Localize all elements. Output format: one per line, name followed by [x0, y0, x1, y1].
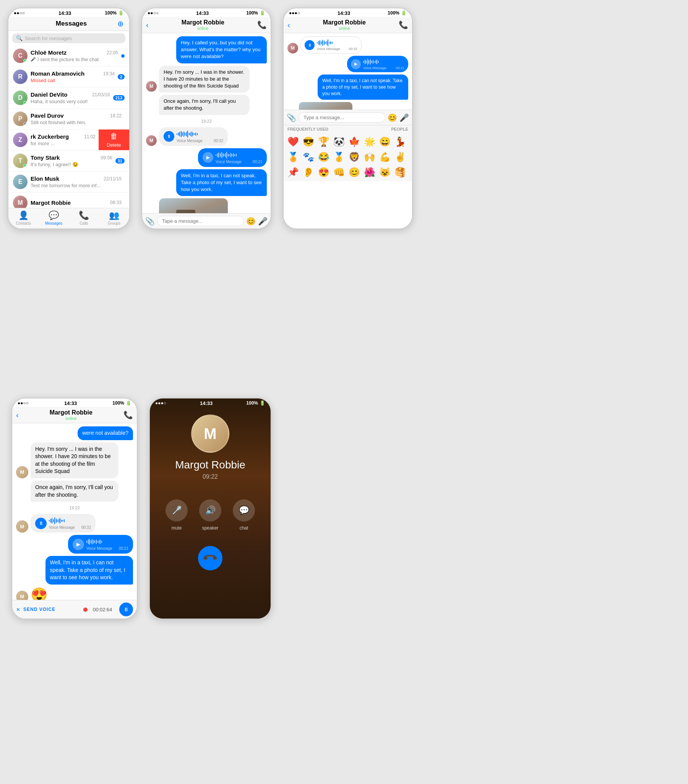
- emoji-lion[interactable]: 🦁: [347, 150, 361, 164]
- back-button-2[interactable]: ‹: [146, 21, 148, 30]
- voice-dur-3b: 00:21: [396, 66, 404, 70]
- nav-messages[interactable]: 💬 Messages: [43, 211, 65, 226]
- message-input-3[interactable]: [299, 112, 385, 123]
- send-voice-button[interactable]: SEND VOICE: [23, 607, 55, 612]
- play-button-sent[interactable]: ▶: [203, 152, 213, 163]
- msg-recv-1: M Hey. I'm sorry ... I was in the shower…: [146, 66, 267, 93]
- emoji-grin[interactable]: 😄: [378, 135, 392, 149]
- emoji-laugh[interactable]: 😂: [317, 150, 331, 164]
- video-call-button-2[interactable]: 📞: [257, 20, 267, 30]
- nav-groups[interactable]: 👥 Groups: [103, 211, 126, 226]
- chat-messages-4: were not available? M Hey. I'm sorry ...…: [12, 423, 137, 600]
- emoji-flower[interactable]: 🌺: [362, 165, 377, 180]
- attach-icon-2[interactable]: 📎: [145, 217, 155, 226]
- voice-duration-recv: 00:32: [214, 139, 223, 143]
- pause-button-recv[interactable]: ⏸: [163, 131, 174, 142]
- cancel-recording-button[interactable]: ✕: [16, 607, 20, 613]
- emoji-maple[interactable]: 🍁: [347, 135, 361, 149]
- msg-sent-4b: Well, I'm in a taxi, I can not speak. Ta…: [16, 556, 133, 585]
- message-item-3[interactable]: D Daniel DeVito 21/03/16 Haha, it sounds…: [8, 87, 129, 109]
- nav-contacts[interactable]: 👤 Contacts: [12, 211, 35, 226]
- message-item-8[interactable]: M Margot Robbie 08:33: [8, 193, 129, 208]
- emoji-grid: ❤️ 😎 🏆 🐼 🍁 🌟 😄 💃 🏅 🐾 😂 🥇 🦁 🙌 💪 ✌️: [284, 133, 412, 181]
- delete-button-5[interactable]: 🗑 Delete: [99, 130, 129, 150]
- chat-label: chat: [240, 525, 248, 531]
- pause-btn-3[interactable]: ⏸: [305, 40, 315, 50]
- emoji-heart[interactable]: ❤️: [286, 135, 300, 149]
- speaker-button[interactable]: 🔊 speaker: [199, 499, 221, 531]
- play-btn-4[interactable]: ▶: [73, 539, 84, 550]
- emoji-smile[interactable]: 😊: [347, 165, 361, 180]
- voice-label-3a: Voice Message: [317, 47, 340, 51]
- emoji-hearts-eyes[interactable]: 😍: [317, 165, 331, 180]
- emoji-tab-people[interactable]: PEOPLE: [391, 127, 408, 132]
- message-item-7[interactable]: E Elon Musk 22/11/15 Text me tomorrow fo…: [8, 171, 129, 193]
- emoji-dancer[interactable]: 💃: [393, 135, 408, 149]
- missed-call-label: Missed call: [31, 77, 55, 83]
- emoji-cat-grin[interactable]: 😺: [378, 165, 392, 180]
- message-item-4[interactable]: P Pavel Durov 18:22 Still not finished w…: [8, 109, 129, 130]
- bottom-nav: 👤 Contacts 💬 Messages 📞 Calls 👥 Groups: [8, 208, 129, 229]
- phone-chat-full: ●●○○ 14:33 100% 🔋 ‹ Margot Robbie online…: [142, 8, 271, 229]
- voice-message-sent[interactable]: ▶ Voice Message 00:21: [198, 148, 267, 167]
- call-avatar: M: [191, 415, 229, 453]
- voice-msg-recv-3[interactable]: ⏸ Voice Message 00:32: [300, 36, 361, 53]
- emoji-peace[interactable]: ✌️: [393, 150, 408, 164]
- emoji-1st-place[interactable]: 🥇: [332, 150, 346, 164]
- emoji-pushpin[interactable]: 📌: [286, 165, 300, 180]
- message-input-2[interactable]: [157, 216, 244, 226]
- back-button-4[interactable]: ‹: [16, 411, 19, 420]
- emoji-punch[interactable]: 👊: [332, 165, 346, 180]
- voice-msg-sent-4[interactable]: ▶ Voice Message 00:21: [68, 535, 133, 553]
- emoji-sunglasses[interactable]: 😎: [301, 135, 316, 149]
- contact-name-3: Daniel DeVito: [31, 91, 67, 98]
- mic-button-3[interactable]: 🎤: [399, 113, 409, 122]
- emoji-ear[interactable]: 👂: [301, 165, 316, 180]
- msg-sent-1: Hey, I called you, but you did not answe…: [146, 36, 267, 63]
- search-icon: 🔍: [16, 35, 23, 41]
- message-search-bar[interactable]: 🔍 Search for messages: [12, 33, 125, 43]
- call-button-3[interactable]: 📞: [399, 20, 408, 30]
- pause-btn-4[interactable]: ⏸: [35, 518, 47, 529]
- emoji-paw[interactable]: 🐾: [301, 150, 316, 164]
- end-call-button[interactable]: 📞: [198, 546, 223, 570]
- emoji-pancakes[interactable]: 🥞: [393, 165, 408, 180]
- preview-5: for more ...: [31, 141, 96, 147]
- chat-button[interactable]: 💬 chat: [233, 499, 255, 531]
- nav-calls[interactable]: 📞 Calls: [73, 211, 96, 226]
- emoji-tab-frequently-used[interactable]: FREQUENTLY USED: [287, 127, 328, 132]
- badge-6: 31: [115, 158, 125, 163]
- call-button-4[interactable]: 📞: [124, 410, 133, 420]
- message-item-2[interactable]: R Roman Abramovich 19:34 Missed call 2: [8, 66, 129, 87]
- play-btn-3[interactable]: ▶: [351, 59, 361, 69]
- voice-message-received[interactable]: ⏸ Voice Message 00:32: [159, 127, 228, 146]
- emoji-flex[interactable]: 💪: [378, 150, 392, 164]
- mic-button-2[interactable]: 🎤: [258, 217, 267, 226]
- back-button-3[interactable]: ‹: [287, 21, 290, 30]
- emoji-medal[interactable]: 🏅: [286, 150, 300, 164]
- chat-input-bar-2: 📎 😊 🎤: [142, 213, 271, 229]
- voice-dur-3a: 00:32: [348, 47, 357, 51]
- emoji-button-2[interactable]: 😊: [246, 217, 256, 226]
- recording-pause-button[interactable]: ⏸: [119, 603, 133, 616]
- emoji-raised-hands[interactable]: 🙌: [362, 150, 377, 164]
- emoji-star[interactable]: 🌟: [362, 135, 377, 149]
- message-item-6[interactable]: T Tony Stark 09:56 It's funny, I agree!!…: [8, 150, 129, 171]
- online-indicator-1: [23, 59, 27, 63]
- image-message-recv[interactable]: [159, 198, 228, 213]
- message-item-5[interactable]: Z rk Zuckerberg 11:02 for more ... 🗑 Del…: [8, 130, 129, 150]
- emoji-button-3[interactable]: 😊: [388, 113, 397, 122]
- emoji-trophy[interactable]: 🏆: [317, 135, 331, 149]
- nav-label-messages: Messages: [45, 221, 63, 226]
- voice-msg-sent-3[interactable]: ▶ Voice Message 00:21: [347, 56, 408, 72]
- emoji-panda[interactable]: 🐼: [332, 135, 346, 149]
- contact-time-2: 19:34: [103, 71, 115, 76]
- call-actions: 🎤 mute 🔊 speaker: [165, 499, 255, 531]
- attach-icon-3[interactable]: 📎: [287, 113, 296, 122]
- message-item-1[interactable]: C Chloë Moretz 22:05 🎤 I sent the pictur…: [8, 46, 129, 66]
- mute-button[interactable]: 🎤 mute: [165, 499, 188, 531]
- voice-msg-recv-4[interactable]: ⏸ Voice Message 00:32: [31, 514, 96, 533]
- add-message-button[interactable]: ⊕: [117, 19, 124, 28]
- msg-recv-2: Once again, I'm sorry, I'll call you aft…: [146, 95, 267, 115]
- avatar-3: D: [13, 91, 28, 105]
